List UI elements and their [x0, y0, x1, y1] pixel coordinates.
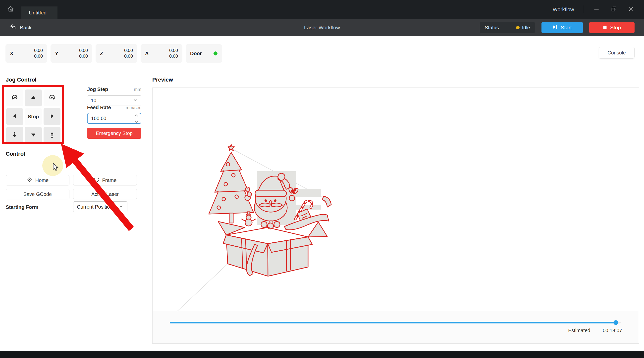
preview-heading: Preview [152, 77, 173, 83]
axis-work-value: 0.00 [34, 48, 43, 53]
jog-x-plus-button[interactable] [44, 108, 60, 125]
arrow-left-icon [12, 113, 18, 120]
chevron-down-icon [119, 204, 124, 210]
minimize-icon [593, 6, 600, 13]
close-icon [628, 6, 634, 13]
jog-stop-label: Stop [28, 114, 39, 120]
estimated-label: Estimated [568, 328, 590, 333]
axis-work-value: 0.00 [79, 48, 88, 53]
feed-rate-input[interactable] [91, 116, 126, 121]
feed-rate-label: Feed Rate [87, 105, 111, 110]
jog-z-up-button[interactable] [44, 127, 60, 144]
rotate-ccw-icon [11, 94, 18, 102]
close-button[interactable] [627, 5, 636, 14]
emergency-stop-label: Emergency Stop [96, 130, 133, 136]
emergency-stop-button[interactable]: Emergency Stop [87, 128, 141, 139]
chevron-down-icon [133, 97, 138, 104]
stop-square-icon [603, 25, 607, 30]
back-icon [10, 24, 16, 32]
active-laser-label: Active Laser [91, 191, 119, 197]
save-gcode-button[interactable]: Save GCode [6, 189, 70, 199]
axis-label: X [10, 51, 13, 56]
jog-y-plus-button[interactable] [25, 89, 42, 106]
home-button[interactable] [0, 0, 22, 19]
title-bar: Untitled Workflow [0, 0, 644, 19]
axis-machine-value: 0.00 [79, 53, 88, 59]
app-title: Workflow [553, 6, 574, 12]
jog-rotate-cw-button[interactable] [44, 89, 60, 106]
starting-form-select[interactable]: Current Position [73, 201, 128, 212]
arrow-down-icon [30, 131, 36, 139]
stop-button[interactable]: Stop [589, 22, 634, 33]
progress-fill [170, 322, 617, 324]
feed-rate-unit: mm/sec [126, 105, 141, 110]
preview-panel[interactable]: Estimated 00:18:07 [152, 87, 639, 344]
maximize-restore-icon [611, 6, 617, 13]
status-value: Idle [522, 25, 530, 30]
console-button[interactable]: Console [599, 47, 634, 59]
annotation-cursor-halo [42, 155, 63, 176]
spinner-down-icon[interactable] [134, 119, 138, 124]
jog-pad: Stop [6, 89, 60, 144]
door-status-dot [214, 51, 218, 55]
active-laser-button[interactable]: Active Laser [73, 189, 137, 199]
jog-stop-button[interactable]: Stop [25, 108, 42, 125]
starting-form-label: Starting Form [6, 204, 38, 210]
status-label: Status [485, 25, 499, 30]
axis-label: Y [55, 51, 58, 56]
progress-track[interactable] [170, 322, 620, 324]
progress-strip: Estimated 00:18:07 [153, 311, 638, 343]
jog-step-label: Jog Step [87, 86, 108, 92]
frame-button[interactable]: Frame [73, 175, 137, 185]
frame-icon [94, 177, 100, 184]
home-label: Home [35, 178, 48, 183]
estimated-time: 00:18:07 [603, 328, 622, 333]
jog-y-minus-button[interactable] [25, 127, 42, 144]
spinner-up-icon[interactable] [134, 112, 138, 118]
start-button[interactable]: Start [542, 22, 583, 33]
feed-rate-field [87, 113, 141, 124]
axis-work-value: 0.00 [169, 48, 178, 53]
page-title: Laser Workflow [304, 25, 340, 30]
workflow-nav-bar: Back Laser Workflow Status Idle Start St… [0, 19, 644, 36]
coordinates-row: X 0.000.00 Y 0.000.00 Z 0.000.00 A 0.000… [6, 44, 222, 63]
starting-form-value: Current Position [77, 204, 112, 210]
axis-label: Z [100, 51, 103, 56]
maximize-button[interactable] [610, 5, 618, 14]
jog-step-unit: mm [134, 87, 141, 92]
home-target-icon [27, 177, 32, 184]
status-panel: Status Idle [480, 22, 535, 33]
back-button[interactable]: Back [10, 24, 32, 32]
play-icon [552, 25, 558, 31]
z-up-icon [48, 131, 56, 139]
document-tab[interactable]: Untitled [22, 6, 58, 19]
door-label: Door [190, 51, 202, 56]
laser-job-artwork [152, 88, 639, 343]
axis-machine-value: 0.00 [34, 53, 43, 59]
axis-label: A [145, 51, 148, 56]
axis-card-x: X 0.000.00 [6, 44, 47, 63]
jog-step-select[interactable]: 10 [87, 95, 141, 105]
control-heading: Control [6, 151, 25, 157]
minimize-button[interactable] [592, 5, 601, 14]
home-button-control[interactable]: Home [6, 175, 70, 185]
start-label: Start [561, 25, 572, 30]
home-icon [7, 5, 15, 14]
z-down-icon [11, 131, 18, 139]
jog-z-down-button[interactable] [6, 127, 23, 144]
frame-label: Frame [102, 178, 117, 183]
bottom-taskbar [0, 351, 644, 358]
titlebar-divider [583, 5, 583, 13]
axis-machine-value: 0.00 [124, 53, 133, 59]
console-label: Console [608, 50, 626, 56]
tab-title: Untitled [29, 10, 46, 16]
jog-rotate-ccw-button[interactable] [6, 89, 23, 106]
axis-machine-value: 0.00 [169, 53, 178, 59]
axis-work-value: 0.00 [124, 48, 133, 53]
mouse-cursor-icon [50, 162, 60, 173]
progress-handle[interactable] [614, 320, 618, 325]
jog-x-minus-button[interactable] [6, 108, 23, 125]
axis-card-y: Y 0.000.00 [50, 44, 92, 63]
stop-label: Stop [610, 25, 621, 30]
status-idle-dot [516, 26, 520, 29]
